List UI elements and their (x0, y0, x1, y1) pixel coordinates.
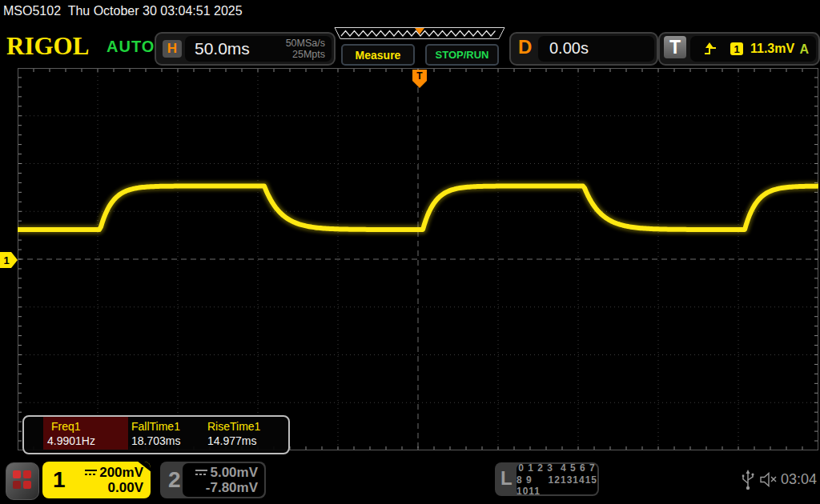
trigger-inner: 1 11.3mV A (690, 36, 816, 62)
timebase-value: 50.0ms (195, 39, 250, 58)
channel1-scale: 200mV (85, 465, 143, 480)
graticule (18, 68, 818, 450)
measurement-results-box[interactable]: Freq1 4.9901Hz FallTime1 18.703ms RiseTi… (22, 415, 290, 454)
oscilloscope-screen: { "title_bar": { "text": "MSO5102 Thu Oc… (0, 0, 820, 504)
trigger-status-auto: AUTO (107, 38, 155, 56)
trigger-marker-label: T (416, 70, 423, 82)
measurement-label: Freq1 (51, 420, 81, 433)
channel1-number: 1 (53, 467, 66, 493)
delay-inner: 0.00s (538, 36, 654, 62)
measure-button[interactable]: Measure (341, 44, 415, 66)
delay-panel[interactable]: 0.00s D (509, 32, 658, 66)
dc-coupling-icon (85, 469, 97, 476)
horizontal-panel[interactable]: 50.0ms 50MSa/s 25Mpts H (155, 32, 336, 66)
sample-rate: 50MSa/s (286, 38, 325, 49)
logic-digits: 0 1 2 3 (518, 462, 553, 474)
speaker-muted-icon[interactable] (759, 472, 778, 487)
rising-edge-trigger-icon (703, 41, 718, 57)
channel2-number: 2 (168, 467, 181, 493)
measurement-value: 4.9901Hz (47, 434, 95, 447)
trigger-source-badge: 1 (730, 42, 743, 55)
ch1-ground-marker[interactable]: 1 (0, 250, 19, 270)
horizontal-key-icon: H (163, 40, 182, 58)
trigger-key-icon: T (664, 36, 686, 58)
menu-grid-icon (13, 470, 32, 490)
measurement-value: 18.703ms (131, 434, 180, 447)
measurement-value: 14.977ms (207, 434, 256, 447)
logic-digits: 12131415 (549, 474, 597, 497)
logic-channels-pill[interactable]: L 0 1 2 3 4 5 6 7 8 9 1011 12131415 (495, 462, 599, 496)
menu-button[interactable] (6, 462, 39, 500)
measurement-label: RiseTime1 (207, 420, 260, 433)
acquisition-info: 50MSa/s 25Mpts (286, 38, 325, 60)
logic-digits: 4 5 6 7 (561, 462, 596, 474)
horizontal-inner: 50.0ms 50MSa/s 25Mpts (185, 36, 332, 62)
trigger-position-marker[interactable]: T (412, 69, 428, 90)
channel1-offset: 0.00V (85, 480, 143, 495)
measurement-label: FallTime1 (131, 420, 180, 433)
channel2-pill[interactable]: 2 5.00mV -7.80mV (160, 462, 266, 498)
ch1-ground-label: 1 (3, 254, 9, 266)
channel2-inner: 5.00mV -7.80mV (183, 463, 264, 497)
trigger-panel[interactable]: 1 11.3mV A T (658, 32, 820, 66)
usb-icon (741, 469, 755, 491)
delay-value: 0.00s (549, 39, 589, 58)
channel1-pill[interactable]: 1 200mV 0.00V (42, 462, 151, 498)
logic-label: L (500, 467, 512, 490)
clock: 03:04 (781, 471, 817, 488)
status-title: MSO5102 Thu October 30 03:04:51 2025 (3, 4, 243, 18)
dc-coupling-icon (195, 469, 207, 476)
memory-depth: 25Mpts (286, 49, 325, 60)
channel2-offset: -7.80mV (195, 480, 258, 495)
trigger-level-value: 11.3mV (750, 42, 794, 56)
delay-key-icon: D (518, 36, 532, 58)
stop-run-button[interactable]: STOP/RUN (425, 44, 499, 66)
rigol-logo: RIGOL (6, 32, 89, 61)
trigger-sweep-mode: A (799, 42, 809, 57)
logic-digits: 8 9 1011 (517, 474, 541, 497)
channel2-scale: 5.00mV (195, 465, 258, 480)
channel1-pill-notch (137, 462, 151, 472)
logic-inner: 0 1 2 3 4 5 6 7 8 9 1011 12131415 (517, 464, 597, 494)
